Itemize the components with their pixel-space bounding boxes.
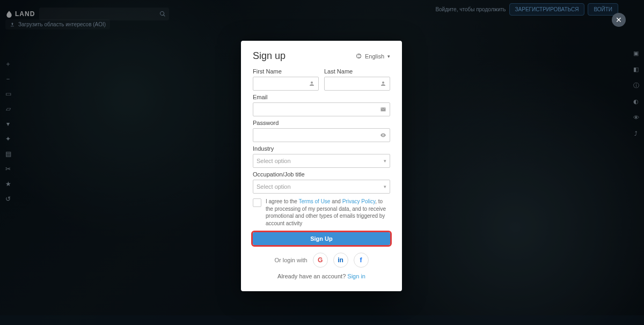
or-login-label: Or login with xyxy=(274,257,307,263)
linkedin-login-button[interactable]: in xyxy=(333,253,348,268)
status-bar xyxy=(0,315,644,325)
zoom-in-button[interactable]: ＋ xyxy=(3,59,13,69)
modal-title: Sign up xyxy=(253,50,286,62)
google-login-button[interactable]: G xyxy=(313,253,328,268)
draw-tool[interactable]: ✦ xyxy=(3,134,13,144)
language-label: English xyxy=(365,53,384,60)
agree-checkbox[interactable] xyxy=(253,198,261,207)
agree-and: and xyxy=(330,198,342,204)
language-selector[interactable]: English ▾ xyxy=(356,53,390,60)
signup-button[interactable]: Sign Up xyxy=(253,232,390,245)
chevron-down-icon: ▾ xyxy=(384,184,386,189)
password-label: Password xyxy=(253,120,390,126)
occupation-label: Occupation/Job title xyxy=(253,171,390,178)
email-input[interactable] xyxy=(253,102,390,116)
register-button[interactable]: ЗАРЕГИСТРИРОВАТЬСЯ xyxy=(509,3,585,16)
right-toolbar: ▣ ◧ ⓘ ◐ 👁 ⤴ xyxy=(631,48,641,138)
person-icon xyxy=(309,80,315,87)
agree-prefix: I agree to the xyxy=(266,198,299,204)
zoom-out-button[interactable]: － xyxy=(3,74,13,84)
history-tool[interactable]: ↺ xyxy=(3,194,13,204)
industry-placeholder: Select option xyxy=(257,158,291,164)
envelope-icon xyxy=(380,106,386,113)
signin-hint: Войдите, чтобы продолжить xyxy=(435,6,506,12)
left-toolbar: ＋ － ▭ ▱ ▾ ✦ ▤ ✂ ★ ↺ xyxy=(3,59,13,204)
brand-logo[interactable]: LAND xyxy=(5,10,35,18)
already-label: Already have an account? xyxy=(277,273,346,279)
last-name-input[interactable] xyxy=(324,77,390,91)
privacy-link[interactable]: Privacy Policy xyxy=(342,198,376,204)
first-name-input[interactable] xyxy=(253,77,319,91)
search-icon xyxy=(159,11,166,17)
chevron-down-icon: ▾ xyxy=(384,158,386,164)
compare-tool[interactable]: ◧ xyxy=(631,64,641,74)
occupation-placeholder: Select option xyxy=(257,183,291,190)
industry-select[interactable]: Select option ▾ xyxy=(253,154,390,168)
password-input[interactable] xyxy=(253,128,390,142)
leaf-icon xyxy=(5,10,13,18)
upload-icon xyxy=(10,22,15,27)
eye-icon[interactable] xyxy=(380,132,386,138)
person-icon xyxy=(380,80,386,87)
first-name-label: First Name xyxy=(253,68,319,75)
search-input[interactable] xyxy=(39,8,169,20)
info-tool[interactable]: ⓘ xyxy=(631,80,641,90)
eye-tool[interactable]: 👁 xyxy=(631,113,641,122)
chevron-down-icon: ▾ xyxy=(387,54,390,59)
industry-label: Industry xyxy=(253,145,390,152)
share-tool[interactable]: ⤴ xyxy=(631,129,641,138)
contrast-tool[interactable]: ◐ xyxy=(631,97,641,106)
facebook-login-button[interactable]: f xyxy=(354,253,369,268)
layers-tool[interactable]: ▤ xyxy=(3,149,13,159)
cut-tool[interactable]: ✂ xyxy=(3,164,13,174)
signup-modal: Sign up English ▾ First Name Last Name xyxy=(241,41,402,291)
terms-link[interactable]: Terms of Use xyxy=(299,198,331,204)
close-button[interactable]: ✕ xyxy=(612,13,626,27)
occupation-select[interactable]: Select option ▾ xyxy=(253,180,390,194)
close-icon: ✕ xyxy=(616,16,622,24)
bookmark-tool[interactable]: ★ xyxy=(3,179,13,189)
signin-link[interactable]: Sign in xyxy=(347,273,365,279)
upload-aoi-button[interactable]: Загрузить область интересов (AOI) xyxy=(5,19,110,29)
brand-text: LAND xyxy=(15,10,35,18)
signin-button[interactable]: ВОЙТИ xyxy=(588,3,618,16)
email-label: Email xyxy=(253,94,390,100)
rectangle-tool[interactable]: ▭ xyxy=(3,89,13,99)
image-tool[interactable]: ▣ xyxy=(631,48,641,58)
upload-aoi-label: Загрузить область интересов (AOI) xyxy=(18,21,106,27)
status-item xyxy=(8,317,9,323)
top-right-actions: Войдите, чтобы продолжить ЗАРЕГИСТРИРОВА… xyxy=(435,3,618,16)
globe-icon xyxy=(356,53,362,59)
agree-text: I agree to the Terms of Use and Privacy … xyxy=(266,198,390,227)
polygon-tool[interactable]: ▱ xyxy=(3,104,13,114)
last-name-label: Last Name xyxy=(324,68,390,75)
marker-tool[interactable]: ▾ xyxy=(3,119,13,129)
